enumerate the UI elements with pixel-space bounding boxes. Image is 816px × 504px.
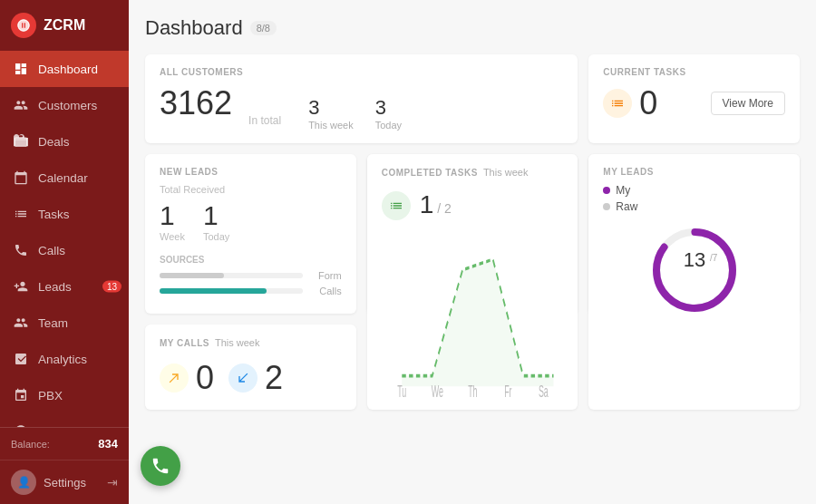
form-label: Form xyxy=(310,270,342,281)
current-tasks-num: 0 xyxy=(639,84,657,122)
completed-tasks-label: COMPLETED TASKS xyxy=(382,168,478,178)
tasks-icon xyxy=(13,206,29,222)
completed-chart: Tu We Th Fr Sa xyxy=(382,228,564,397)
svg-text:Th: Th xyxy=(468,382,477,397)
raw-label: Raw xyxy=(616,200,637,213)
balance-value: 834 xyxy=(98,437,118,451)
avatar: 👤 xyxy=(11,470,36,495)
svg-text:Fr: Fr xyxy=(504,382,511,397)
leads-donut: 13 /7 xyxy=(645,220,744,320)
svg-text:Sa: Sa xyxy=(539,382,549,397)
main-content: Dashboard 8/8 ALL CUSTOMERS 3162 In tota… xyxy=(129,0,816,504)
my-calls-week-sublabel: This week xyxy=(215,337,260,348)
tasks-icon-orange xyxy=(603,89,632,118)
leads-week: 1 Week xyxy=(160,200,185,242)
form-progress-bg xyxy=(160,273,303,278)
completed-tasks-sublabel: This week xyxy=(483,167,529,178)
leads-today-label: Today xyxy=(203,231,229,242)
sidebar-item-deals[interactable]: Deals xyxy=(0,123,129,160)
sidebar-item-tasks[interactable]: Tasks xyxy=(0,196,129,232)
my-label: My xyxy=(616,184,630,197)
calls-label: Calls xyxy=(310,286,342,296)
form-progress-fill xyxy=(160,273,224,278)
completed-num: 1 xyxy=(420,190,434,219)
sidebar-item-pbx[interactable]: PBX xyxy=(0,377,129,413)
leads-today-num: 1 xyxy=(203,200,229,231)
deals-icon xyxy=(13,133,29,150)
sidebar-item-leads[interactable]: Leads 13 xyxy=(0,268,129,305)
leads-week-num: 1 xyxy=(160,200,185,231)
sidebar-item-calls[interactable]: Calls xyxy=(0,232,129,268)
incoming-week-icon xyxy=(228,363,257,393)
new-leads-label: NEW LEADS xyxy=(160,167,342,177)
incoming-week-num: 2 xyxy=(265,359,283,397)
app-name: ZCRM xyxy=(44,17,85,34)
calls-progress-fill xyxy=(160,288,267,294)
leads-week-label: Week xyxy=(160,231,185,242)
outgoing-week-num: 0 xyxy=(196,359,214,397)
my-calls-week-card: MY CALLS This week 0 2 xyxy=(145,325,356,410)
calls-label: Calls xyxy=(38,244,65,257)
current-tasks-count: 0 xyxy=(603,84,657,122)
customers-week-num: 3 xyxy=(308,96,354,120)
sidebar-item-customers[interactable]: Customers xyxy=(0,87,129,123)
pbx-label: PBX xyxy=(38,389,63,402)
sidebar-item-dashboard[interactable]: Dashboard xyxy=(0,51,129,87)
tasks-label: Tasks xyxy=(38,208,70,221)
calls-week-row: 0 2 xyxy=(160,359,342,397)
deals-label: Deals xyxy=(38,135,70,149)
page-header: Dashboard 8/8 xyxy=(145,16,800,40)
leads-badge: 13 xyxy=(102,281,121,293)
completed-count: 1 / 2 xyxy=(382,190,564,220)
calls-icon xyxy=(13,242,29,258)
sidebar-item-analytics[interactable]: Analytics xyxy=(0,341,129,377)
customers-total: 3162 xyxy=(160,84,232,122)
customers-today-label: Today xyxy=(375,120,402,131)
svg-text:Tu: Tu xyxy=(397,382,406,397)
calendar-icon xyxy=(13,170,29,186)
leads-icon xyxy=(13,278,29,295)
customers-total-suffix: In total xyxy=(248,114,281,127)
pbx-icon xyxy=(13,387,29,403)
svg-rect-1 xyxy=(15,139,26,140)
dashboard-icon xyxy=(13,61,29,77)
new-leads-card: NEW LEADS Total Received 1 Week 1 Today … xyxy=(145,154,356,314)
balance-label: Balance: xyxy=(11,439,50,450)
balance-area: Balance: 834 xyxy=(0,427,129,460)
page-title: Dashboard xyxy=(145,16,243,40)
leads-label: Leads xyxy=(38,280,72,294)
customers-today: 3 Today xyxy=(375,96,402,131)
raw-dot xyxy=(603,203,610,210)
team-icon xyxy=(13,315,29,331)
customers-week-label: This week xyxy=(308,120,354,131)
my-calls-week-label: MY CALLS xyxy=(160,338,209,348)
my-leads-legend: My Raw xyxy=(603,184,785,213)
chart-area: Tu We Th Fr Sa xyxy=(382,228,564,397)
sidebar-footer: 👤 Settings ⇥ xyxy=(0,460,129,504)
logo-icon xyxy=(11,13,36,38)
sidebar-item-help[interactable]: Help xyxy=(0,413,129,427)
current-tasks-view-more[interactable]: View More xyxy=(711,92,785,115)
sidebar-item-calendar[interactable]: Calendar xyxy=(0,160,129,196)
help-label: Help xyxy=(38,425,63,428)
customers-stats: 3162 In total 3 This week 3 Today xyxy=(160,84,563,131)
completed-total: / 2 xyxy=(437,201,452,216)
dashboard-grid: ALL CUSTOMERS 3162 In total 3 This week … xyxy=(145,54,800,410)
my-leads-card: MY LEADS My Raw 13 /7 xyxy=(588,154,800,410)
my-leads-raw: Raw xyxy=(603,200,785,213)
leads-total-label: Total Received xyxy=(160,184,342,195)
outgoing-week-icon xyxy=(160,363,189,393)
completed-tasks-card: COMPLETED TASKS This week 1 / 2 Tu xyxy=(367,154,578,410)
calls-progress-row: Calls xyxy=(160,286,342,296)
sidebar-item-team[interactable]: Team xyxy=(0,305,129,341)
svg-text:/7: /7 xyxy=(710,253,718,263)
analytics-icon xyxy=(13,351,29,367)
leads-today: 1 Today xyxy=(203,200,229,242)
logout-icon[interactable]: ⇥ xyxy=(107,475,118,489)
phone-fab[interactable] xyxy=(141,446,180,486)
dashboard-label: Dashboard xyxy=(38,63,98,76)
all-customers-card: ALL CUSTOMERS 3162 In total 3 This week … xyxy=(145,54,578,143)
calendar-label: Calendar xyxy=(38,171,88,185)
settings-label: Settings xyxy=(44,476,100,489)
current-tasks-content: 0 View More xyxy=(603,84,785,122)
